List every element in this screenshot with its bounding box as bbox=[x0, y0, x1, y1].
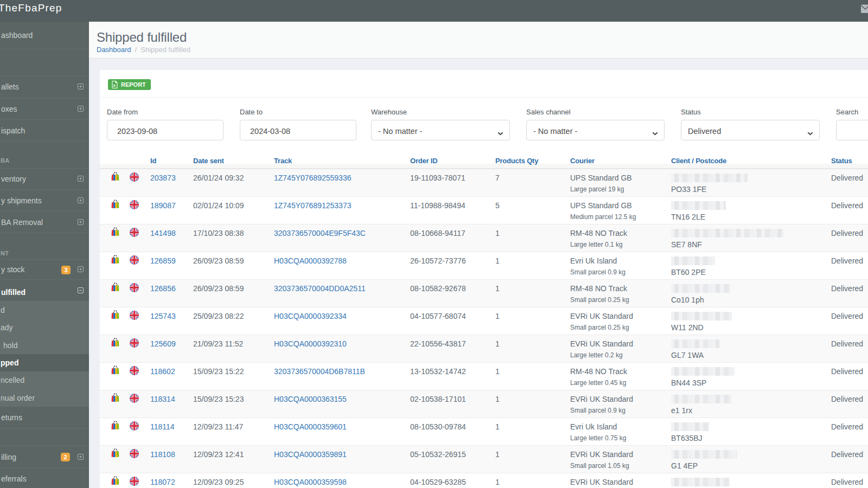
svg-text:x: x bbox=[113, 83, 116, 88]
